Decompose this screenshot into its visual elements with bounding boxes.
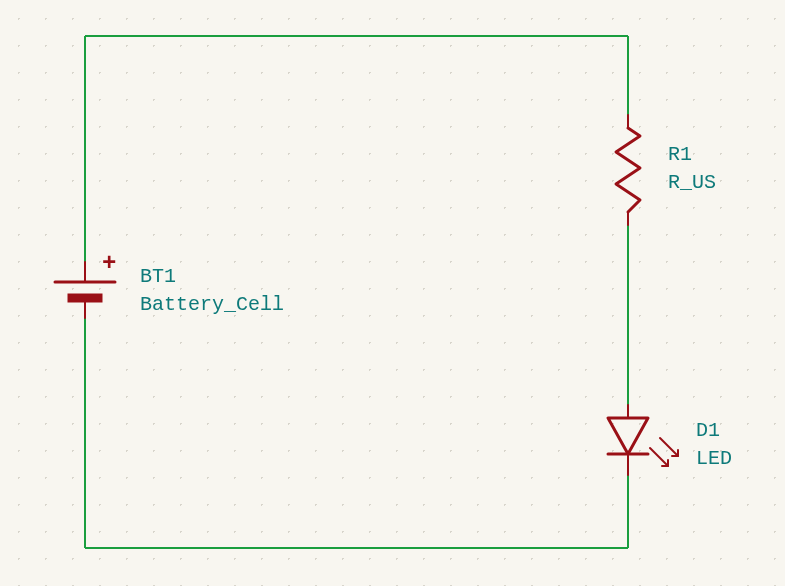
resistor-symbol — [616, 115, 640, 225]
resistor-value-label: R_US — [668, 170, 716, 196]
led-value-label: LED — [696, 446, 732, 472]
svg-line-10 — [660, 438, 678, 456]
battery-ref-label: BT1 — [140, 264, 176, 290]
led-ref-label: D1 — [696, 418, 720, 444]
battery-value-label: Battery_Cell — [140, 292, 284, 318]
led-symbol — [608, 405, 678, 475]
svg-rect-2 — [68, 294, 102, 302]
battery-plus-sign: + — [102, 250, 116, 277]
circuit-schematic — [0, 0, 785, 586]
resistor-ref-label: R1 — [668, 142, 692, 168]
svg-line-9 — [650, 448, 668, 466]
